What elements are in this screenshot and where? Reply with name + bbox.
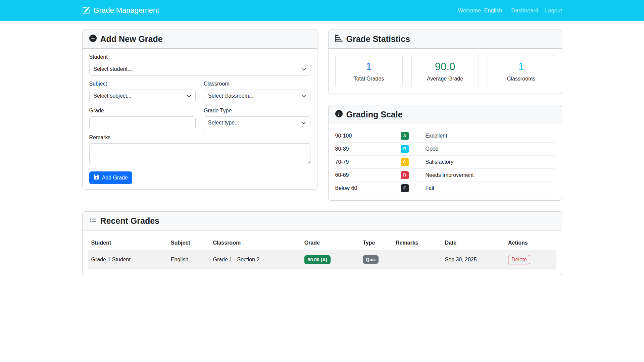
col-grade: Grade [301,236,360,250]
cell-remarks [392,250,442,269]
col-classroom: Classroom [209,236,301,250]
col-remarks: Remarks [392,236,442,250]
grade-a-badge: A [401,132,409,140]
scale-row-b: 80-89 B Good [335,143,555,156]
nav-link-dashboard[interactable]: Dashboard [511,7,538,14]
classroom-label: Classroom [204,81,310,87]
chevron-down-icon [301,94,306,100]
col-date: Date [441,236,504,250]
plus-circle-icon [89,34,97,44]
scale-row-d: 60-69 D Needs Improvement [335,169,555,182]
classroom-select[interactable]: Select classroom... [204,90,310,102]
brand-link[interactable]: Grade Management [82,6,159,15]
scale-row-a: 90-100 A Excellent [335,130,555,143]
info-circle-icon [335,110,343,119]
scale-row-f: Below 60 F Fail [335,182,555,195]
cell-date: Sep 30, 2025 [441,250,504,269]
chevron-down-icon [301,67,306,73]
cell-grade: 90.00 (A) [301,250,360,269]
brand-title: Grade Management [94,6,159,15]
grade-input[interactable] [89,116,196,129]
cell-type: Quiz [359,250,392,269]
recent-grades-title: Recent Grades [100,216,159,226]
grade-value-badge: 90.00 (A) [304,255,331,264]
add-grade-button[interactable]: Add Grade [89,171,132,184]
grade-type-badge: Quiz [363,255,379,264]
remarks-textarea[interactable] [89,143,310,164]
save-icon [94,174,99,181]
delete-button[interactable]: Delete [508,255,530,264]
scale-row-c: 70-79 C Satisfactory [335,156,555,169]
grade-d-badge: D [401,171,409,179]
pencil-square-icon [82,7,90,14]
chevron-down-icon [301,120,306,126]
stat-total-grades-value: 1 [338,60,400,73]
add-grade-button-label: Add Grade [102,175,128,181]
table-row: Grade 1 Student English Grade 1 - Sectio… [88,250,556,269]
cell-subject: English [167,250,210,269]
col-type: Type [359,236,392,250]
stat-average-grade: 90.0 Average Grade [411,54,479,88]
grade-type-label: Grade Type [204,108,310,114]
stat-classrooms-label: Classrooms [491,76,552,82]
grading-scale-card: Grading Scale 90-100 A Excellent 80-89 B… [328,105,562,201]
add-grade-title: Add New Grade [100,34,163,44]
recent-grades-table: Student Subject Classroom Grade Type Rem… [88,236,556,269]
list-icon [89,216,97,226]
student-label: Student [89,54,310,60]
top-navbar: Grade Management Welcome, English Dashbo… [0,0,644,21]
recent-grades-card: Recent Grades Student Subject Classroom … [82,211,562,275]
table-header-row: Student Subject Classroom Grade Type Rem… [88,236,556,250]
stat-total-grades: 1 Total Grades [335,54,403,88]
bar-chart-icon [335,34,343,44]
col-subject: Subject [167,236,210,250]
add-grade-card: Add New Grade Student Select student... [82,30,317,190]
grade-label: Grade [89,108,196,114]
stat-average-grade-label: Average Grade [414,76,476,82]
cell-student: Grade 1 Student [88,250,167,269]
grade-statistics-card: Grade Statistics 1 Total Grades 90.0 Ave… [328,30,562,94]
welcome-text: Welcome, English [458,7,502,14]
stat-total-grades-label: Total Grades [338,76,400,82]
grading-scale-title: Grading Scale [346,110,403,119]
stat-classrooms: 1 Classrooms [488,54,555,88]
chevron-down-icon [187,94,191,100]
grade-c-badge: C [401,158,409,166]
cell-actions: Delete [505,250,556,269]
subject-select[interactable]: Select subject... [89,90,196,102]
col-actions: Actions [505,236,556,250]
stat-classrooms-value: 1 [491,60,552,73]
nav-link-logout[interactable]: Logout [545,7,562,14]
grade-type-select[interactable]: Select type... [204,116,310,129]
col-student: Student [88,236,167,250]
grade-f-badge: F [401,184,409,192]
remarks-label: Remarks [89,135,310,141]
grade-b-badge: B [401,145,409,153]
student-select[interactable]: Select student... [89,63,310,75]
grade-statistics-title: Grade Statistics [346,34,410,44]
subject-label: Subject [89,81,196,87]
stat-average-grade-value: 90.0 [414,60,476,73]
cell-classroom: Grade 1 - Section 2 [209,250,301,269]
